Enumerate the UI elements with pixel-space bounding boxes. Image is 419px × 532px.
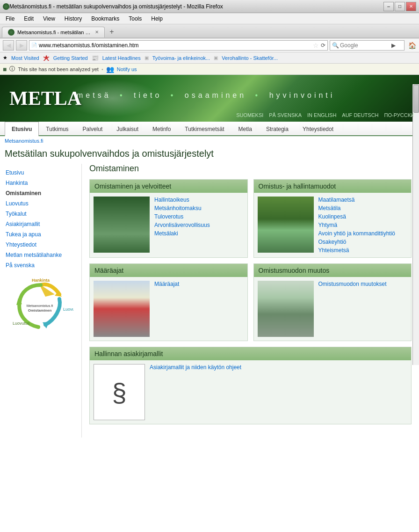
link-maatilametsä[interactable]: Maatilamaetsä (318, 197, 396, 203)
tagline-word2: tieto (134, 91, 162, 99)
section-omistusmuodon-muutos: Omistusmuodon muutos Omistusmuodon muuto… (253, 263, 412, 341)
lang-fi[interactable]: SUOMEKSI (236, 112, 263, 118)
menu-view[interactable]: View (39, 15, 59, 23)
tagline-dot1: • (120, 91, 125, 99)
link-osakeyhtio[interactable]: Osakeyhtiö (318, 239, 396, 245)
sidebar-hankinta[interactable]: Hankinta (5, 178, 77, 188)
bookmark-most-visited[interactable]: Most Visited (11, 55, 39, 61)
menu-bar: File Edit View History Bookmarks Tools H… (0, 13, 419, 24)
sidebar-omistaminen[interactable]: Omistaminen (5, 188, 77, 198)
maximize-button[interactable]: □ (395, 2, 405, 11)
breadcrumb[interactable]: Metsanomistus.fi (0, 136, 419, 146)
refresh-button[interactable]: ⟳ (321, 42, 325, 49)
section-omistus-hallintamuodot: Omistus- ja hallintamuodot Maatilamaetsä… (253, 179, 412, 258)
link-arvonlisavero[interactable]: Arvonlisäverovollisuus (154, 222, 210, 228)
breadcrumb-link[interactable]: Metsanomistus.fi (5, 138, 43, 144)
menu-tools[interactable]: Tools (125, 15, 145, 23)
sidebar-tukea[interactable]: Tukea ja apua (5, 229, 77, 240)
tab-favicon (8, 29, 14, 36)
bookmark-getting-started[interactable]: Getting Started (53, 55, 88, 61)
sidebar-metlan[interactable]: Metlan metsätilahanke (5, 250, 77, 260)
nav-metla[interactable]: Metla (231, 122, 259, 136)
close-button[interactable]: ✕ (406, 2, 416, 11)
notify-link[interactable]: Notify us (117, 66, 137, 72)
sidebar-tyokalut[interactable]: Työkalut (5, 209, 77, 219)
scrollbar-thumb[interactable] (413, 85, 419, 113)
link-asiakirjamallit-ohjeet[interactable]: Asiakirjamallit ja niiden käytön ohjeet (150, 364, 241, 371)
bookmark-separator2: ▣ (214, 55, 218, 60)
bookmark-separator1: ▣ (144, 55, 149, 60)
section-links-maaraajat: Määräajat (154, 281, 179, 337)
nav-palvelut[interactable]: Palvelut (76, 122, 110, 136)
home-button[interactable]: 🏠 (408, 42, 416, 49)
link-yhtismetsä[interactable]: Yhteismetsä (318, 247, 396, 254)
forward-button[interactable]: ▶ (16, 40, 27, 51)
section-header-maaraajat: Määräajat (90, 264, 247, 277)
minimize-button[interactable]: – (383, 2, 394, 11)
link-yhtymä[interactable]: Yhtymä (318, 222, 396, 228)
sidebar-svenska[interactable]: På svenska (5, 260, 77, 270)
menu-bookmarks[interactable]: Bookmarks (87, 15, 123, 23)
new-tab-button[interactable]: + (107, 27, 117, 37)
section-image-forest3 (94, 281, 150, 337)
menu-edit[interactable]: Edit (20, 15, 37, 23)
svg-text:Hankinta: Hankinta (32, 278, 50, 283)
nav-metinfo[interactable]: Metinfo (145, 122, 178, 136)
section-image-forest4 (258, 281, 314, 337)
search-submit-button[interactable]: ▶ (391, 42, 396, 49)
link-metsalaki[interactable]: Metsälaki (154, 230, 210, 237)
bookmarks-icon: ★ (3, 55, 7, 61)
link-maaraajat[interactable]: Määräajat (154, 281, 179, 287)
tab-close-button[interactable]: ✕ (95, 29, 99, 35)
scrollbar-track[interactable] (412, 84, 419, 365)
tagline-dot3: • (255, 91, 261, 99)
nav-julkaisut[interactable]: Julkaisut (109, 122, 145, 136)
section-header-velvoitteet: Omistaminen ja velvoitteet (90, 180, 247, 193)
link-tuloverotus[interactable]: Tuloverotus (154, 213, 210, 220)
browser-tab-active[interactable]: Metsanomistus.fi - metsätilan suku... ✕ (2, 27, 105, 37)
sidebar-luovutus[interactable]: Luovutus (5, 198, 77, 209)
nav-tutkimusmetsat[interactable]: Tutkimesmetsät (178, 122, 231, 136)
section-body-maaraajat: Määräajat (90, 277, 247, 341)
section-links-omistusmuodon-muutos: Omistusmuodon muutokset (318, 281, 387, 337)
link-metsanhoitomaksu[interactable]: Metsänhoitomaksu (154, 205, 210, 211)
section-body-velvoitteet: Hallintaoikeus Metsänhoitomaksu Tulovero… (90, 193, 247, 256)
sidebar-etusivu[interactable]: Etusivu (5, 168, 77, 178)
nav-etusivu[interactable]: Etusivu (5, 122, 39, 136)
sidebar-asiakirjamallit[interactable]: Asiakirjamallit (5, 219, 77, 229)
search-input[interactable] (340, 42, 391, 49)
back-button[interactable]: ◀ (3, 40, 14, 51)
link-kuolinpesa[interactable]: Kuolinpesä (318, 213, 396, 220)
bookmark-verohallinto[interactable]: Verohallinto - Skatteför... (222, 55, 278, 61)
nav-strategia[interactable]: Strategia (259, 122, 296, 136)
section-links-hallintamuodot: Maatilamaetsä Metsätila Kuolinpesä Yhtym… (318, 197, 396, 254)
tagline-word3: osaaminen (185, 91, 246, 99)
link-metsatila[interactable]: Metsätila (318, 205, 396, 211)
section-body-omistusmuodon-muutos: Omistusmuodon muutokset (254, 277, 412, 341)
address-bar: ◀ ▶ 📄 ☆ ⟳ 🔍 ▶ 🏠 (0, 38, 419, 52)
link-hallintaoikeus[interactable]: Hallintaoikeus (154, 197, 210, 203)
window-buttons[interactable]: – □ ✕ (383, 2, 416, 11)
nav-tutkimus[interactable]: Tutkimus (39, 122, 75, 136)
bookmark-star-icon[interactable]: ☆ (313, 42, 319, 49)
section-omistaminen-velvoitteet: Omistaminen ja velvoitteet Hallintaoikeu… (89, 179, 248, 258)
info-separator: • (101, 66, 103, 72)
lang-ru[interactable]: ПО-РУССКИ (384, 112, 414, 118)
menu-file[interactable]: File (2, 15, 18, 23)
bookmark-latest-headlines[interactable]: Latest Headlines (102, 55, 141, 61)
menu-history[interactable]: History (61, 15, 86, 23)
window-title: Metsänomistus.fi - metsätilan sukupolven… (9, 3, 383, 10)
link-avoin-yhtio[interactable]: Avoin yhtiö ja kommandittiyhtiö (318, 230, 396, 237)
nav-yhteystiedot[interactable]: Yhteystiedot (296, 122, 340, 136)
bookmark-getting-started-icon: 🟊 (43, 54, 50, 62)
lang-sv[interactable]: PÅ SVENSKA (269, 112, 302, 118)
tab-bar: Metsanomistus.fi - metsätilan suku... ✕ … (0, 24, 419, 38)
link-omistusmuodon-muutokset[interactable]: Omistusmuodon muutokset (318, 281, 387, 287)
sidebar-yhteystiedot[interactable]: Yhteystiedot (5, 240, 77, 250)
lang-de[interactable]: AUF DEUTSCH (342, 112, 378, 118)
info-bar: ■ ⓘ This site has not been analyzed yet … (0, 64, 419, 75)
url-input[interactable] (39, 42, 311, 49)
lang-en[interactable]: IN ENGLISH (307, 112, 336, 118)
menu-help[interactable]: Help (147, 15, 166, 23)
bookmark-tyovoima[interactable]: Työvoima- ja elinkeinok... (152, 55, 210, 61)
